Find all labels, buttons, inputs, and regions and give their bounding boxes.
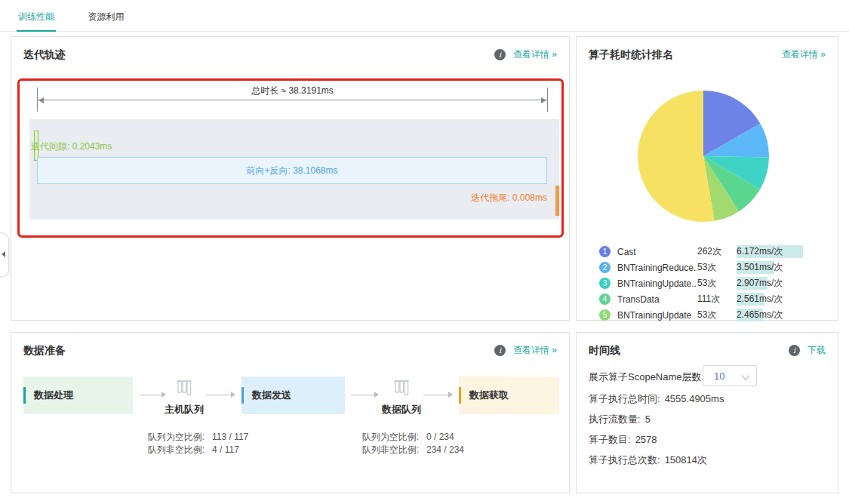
operator-avg-time-text: 3.501ms/次: [737, 262, 783, 272]
operator-avg-time: 2.465ms/次: [737, 309, 812, 321]
operator-name: BNTrainingUpdate: [617, 310, 697, 321]
host-queue: 主机队列: [160, 378, 208, 416]
operator-count: 262次: [697, 245, 737, 258]
scope-name-label: 展示算子ScopeName层数:: [589, 370, 704, 384]
operator-ranking-panel: 算子耗时统计排名 查看详情 » 1Cast262次6.172ms/次2BNTra…: [576, 36, 838, 321]
operator-name: TransData: [617, 294, 697, 305]
legend-row: 4TransData111次2.561ms/次: [589, 291, 827, 307]
panel-title: 算子耗时统计排名: [589, 48, 673, 62]
legend-row: 1Cast262次6.172ms/次: [589, 244, 827, 260]
scope-depth-select[interactable]: 10: [703, 365, 757, 386]
panel-header: 数据准备 查看详情 »: [23, 343, 557, 360]
operator-avg-time-text: 2.907ms/次: [737, 278, 783, 288]
legend-row: 2BNTrainingReduce...53次3.501ms/次: [589, 260, 827, 275]
measure-line: [38, 100, 547, 100]
timeline-stat-row: 算子数目:2578: [589, 433, 657, 447]
panel-header: 迭代轨迹 查看详情 »: [23, 48, 557, 64]
chevron-down-icon: [741, 371, 749, 380]
stat-label: 队列为空比例:: [298, 431, 419, 444]
legend-row: 3BNTrainingUpdate...53次2.907ms/次: [589, 275, 827, 291]
panel-title: 时间线: [589, 344, 620, 358]
data-queue: 数据队列: [377, 378, 426, 416]
stat-value: 2578: [635, 434, 657, 445]
view-details-link[interactable]: 查看详情 »: [513, 344, 557, 357]
stat-row: 队列非空比例: 234 / 234: [298, 444, 464, 456]
collapse-left-arrow-icon: [2, 251, 5, 257]
flow-arrow-icon: [351, 395, 378, 395]
operator-count: 53次: [697, 277, 737, 290]
stat-label: 队列非空比例:: [298, 444, 419, 456]
stat-value: 113 / 117: [212, 431, 248, 444]
queue-icon: [175, 378, 193, 398]
view-details-link[interactable]: 查看详情 »: [513, 48, 557, 61]
operator-avg-time: 3.501ms/次: [737, 261, 812, 274]
operator-avg-time: 6.172ms/次: [737, 245, 812, 258]
flow-arrow-icon: [423, 395, 452, 395]
operator-count: 111次: [697, 293, 737, 306]
stat-value: 150814次: [665, 454, 707, 466]
total-duration-label: 总时长 ≈ 38.3191ms: [38, 85, 547, 97]
rank-badge: 3: [599, 278, 611, 289]
panel-header: 时间线 下载: [589, 343, 826, 360]
queue-icon: [392, 378, 411, 398]
stat-value: 4555.4905ms: [665, 393, 724, 404]
forward-backward-bar: 前向+反向: 38.1068ms: [37, 157, 547, 184]
pie-slice-others: [638, 91, 715, 222]
info-icon[interactable]: [494, 49, 506, 60]
operator-avg-time-text: 2.561ms/次: [737, 293, 783, 304]
panel-title: 数据准备: [23, 344, 66, 358]
timeline-stat-row: 算子执行总次数:150814次: [589, 453, 707, 467]
timeline-stat-row: 算子执行总时间:4555.4905ms: [589, 392, 724, 406]
flow-arrow-icon: [206, 395, 235, 395]
stat-row: 队列为空比例: 0 / 234: [298, 431, 464, 444]
operator-avg-time: 2.907ms/次: [737, 277, 812, 290]
stat-value: 234 / 234: [426, 444, 464, 456]
iteration-tail-label: 迭代拖尾: 0.008ms: [471, 192, 547, 204]
operator-count: 53次: [697, 309, 737, 321]
stat-row: 队列为空比例: 113 / 117: [84, 431, 248, 444]
operator-avg-time-text: 6.172ms/次: [737, 246, 783, 257]
host-queue-stats: 队列为空比例: 113 / 117 队列非空比例: 4 / 117: [84, 431, 248, 456]
operator-name: Cast: [617, 247, 697, 257]
stage-data-sending: 数据发送: [241, 376, 345, 414]
rank-badge: 1: [599, 246, 611, 257]
stat-value: 5: [645, 413, 651, 425]
download-link[interactable]: 下载: [807, 344, 826, 357]
stage-label: 数据处理: [34, 389, 73, 402]
rank-badge: 5: [599, 309, 611, 321]
operator-legend: 1Cast262次6.172ms/次2BNTrainingReduce...53…: [589, 244, 827, 323]
rank-badge: 2: [599, 262, 611, 273]
data-queue-stats: 队列为空比例: 0 / 234 队列非空比例: 234 / 234: [298, 431, 464, 456]
iteration-trace-panel: 迭代轨迹 查看详情 » 总时长 ≈ 38.3191ms 迭代间隙: 0.2043…: [11, 36, 570, 321]
arrowhead-left-icon: [38, 97, 44, 103]
stat-label: 队列非空比例:: [84, 444, 205, 456]
info-icon[interactable]: [789, 345, 800, 356]
operator-count: 53次: [697, 261, 737, 274]
stage-data-processing: 数据处理: [23, 376, 133, 414]
stage-label: 数据获取: [469, 389, 509, 402]
info-icon[interactable]: [494, 345, 506, 356]
data-preparation-panel: 数据准备 查看详情 » 数据处理 主机队列 数据发送: [11, 332, 570, 493]
panel-title: 迭代轨迹: [23, 48, 66, 62]
iteration-track: 迭代间隙: 0.2043ms 前向+反向: 38.1068ms 迭代拖尾: 0.…: [29, 119, 559, 220]
panel-header: 算子耗时统计排名 查看详情 »: [589, 48, 826, 64]
scope-depth-value: 10: [714, 370, 724, 382]
tab-training-performance[interactable]: 训练性能: [17, 0, 56, 32]
timeline-panel: 时间线 下载 展示算子ScopeName层数: 10 算子执行总时间:4555.…: [576, 332, 838, 493]
timeline-stat-row: 执行流数量:5: [589, 413, 651, 426]
tab-resource-utilization[interactable]: 资源利用: [86, 0, 125, 30]
operator-pie-chart: [577, 72, 839, 242]
iteration-tail-bar: [555, 186, 559, 216]
view-details-link[interactable]: 查看详情 »: [782, 48, 826, 61]
arrowhead-right-icon: [541, 97, 546, 103]
sidebar-collapse-handle[interactable]: [0, 232, 9, 277]
stage-label: 数据发送: [252, 389, 291, 402]
operator-name: BNTrainingReduce...: [617, 263, 697, 273]
stat-label: 算子数目:: [589, 434, 631, 445]
stat-label: 算子执行总次数:: [589, 454, 660, 466]
operator-name: BNTrainingUpdate...: [617, 278, 697, 289]
stat-value: 0 / 234: [426, 431, 454, 444]
stat-value: 4 / 117: [212, 444, 239, 456]
legend-row: 5BNTrainingUpdate53次2.465ms/次: [589, 307, 827, 323]
operator-avg-time: 2.561ms/次: [737, 293, 812, 306]
